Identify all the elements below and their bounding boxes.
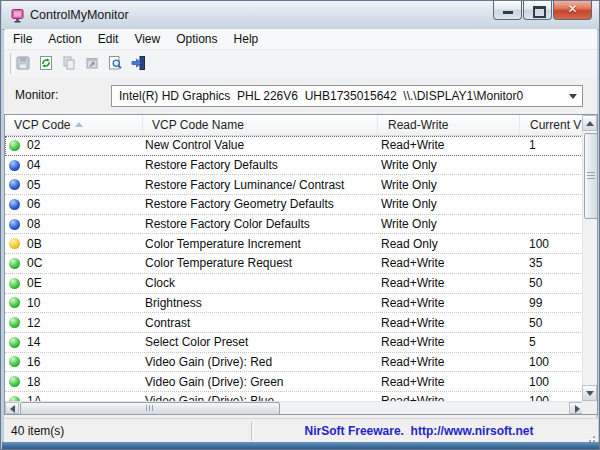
table-row[interactable]: 0E Clock Read+Write 50 <box>5 274 583 294</box>
scroll-left-icon[interactable] <box>5 402 19 414</box>
table-row[interactable]: 06 Restore Factory Geometry Defaults Wri… <box>5 195 583 215</box>
cell-vcp-code: 05 <box>20 178 136 192</box>
cell-vcp-code: 10 <box>20 296 136 310</box>
status-bar: 40 item(s) NirSoft Freeware. http://www.… <box>4 418 598 445</box>
cell-read-write: Read+Write <box>371 316 513 330</box>
menu-edit[interactable]: Edit <box>90 30 127 48</box>
cell-read-write: Read+Write <box>371 296 513 310</box>
cell-current-value: 35 <box>513 256 583 270</box>
cell-read-write: Read Only <box>371 237 513 251</box>
cell-vcp-code-name: Restore Factory Luminance/ Contrast <box>136 178 371 192</box>
table-row[interactable]: 1A Video Gain (Drive): Blue Read+Write 1… <box>5 392 583 401</box>
cell-read-write: Read+Write <box>371 394 513 401</box>
status-dot-icon <box>9 376 20 387</box>
minimize-button[interactable] <box>493 1 522 20</box>
sort-ascending-icon <box>75 122 83 127</box>
table-row[interactable]: 05 Restore Factory Luminance/ Contrast W… <box>5 175 583 195</box>
cell-vcp-code-name: Color Temperature Request <box>136 256 371 270</box>
cell-vcp-code-name: Video Gain (Drive): Green <box>136 375 371 389</box>
menu-bar: File Action Edit View Options Help <box>5 29 597 50</box>
cell-vcp-code-name: Video Gain (Drive): Red <box>136 355 371 369</box>
column-header-read-write[interactable]: Read-Write <box>378 115 520 135</box>
cell-read-write: Read+Write <box>371 375 513 389</box>
status-dot-icon <box>9 297 20 308</box>
cell-vcp-code: 16 <box>20 355 136 369</box>
table-row[interactable]: 0B Color Temperature Increment Read Only… <box>5 234 583 254</box>
vertical-scrollbar[interactable] <box>582 115 597 401</box>
horizontal-scrollbar[interactable] <box>5 401 583 414</box>
cell-vcp-code: 04 <box>20 158 136 172</box>
menu-file[interactable]: File <box>5 30 40 48</box>
cell-vcp-code-name: Restore Factory Defaults <box>136 158 371 172</box>
cell-current-value: 99 <box>513 296 583 310</box>
table-row[interactable]: 18 Video Gain (Drive): Green Read+Write … <box>5 372 583 392</box>
status-dot-icon <box>9 199 20 210</box>
toolbar <box>5 50 597 77</box>
refresh-icon[interactable] <box>38 55 56 73</box>
status-dot-icon <box>9 179 20 190</box>
exit-icon[interactable] <box>130 55 148 73</box>
column-header-current-value[interactable]: Current V <box>520 115 583 135</box>
cell-read-write: Read+Write <box>371 276 513 290</box>
status-dot-icon <box>9 258 20 269</box>
cell-current-value: 50 <box>513 316 583 330</box>
table-row[interactable]: 0C Color Temperature Request Read+Write … <box>5 254 583 274</box>
menu-action[interactable]: Action <box>40 30 89 48</box>
cell-read-write: Read+Write <box>371 355 513 369</box>
cell-vcp-code-name: New Control Value <box>136 138 371 152</box>
scroll-down-icon[interactable] <box>582 385 597 401</box>
save-icon[interactable] <box>15 55 33 73</box>
scroll-up-icon[interactable] <box>582 115 597 131</box>
cell-read-write: Write Only <box>371 197 513 211</box>
nirsoft-link[interactable]: NirSoft Freeware. http://www.nirsoft.net <box>254 424 584 438</box>
menu-options[interactable]: Options <box>168 30 225 48</box>
table-row[interactable]: 10 Brightness Read+Write 99 <box>5 294 583 314</box>
status-dot-icon <box>9 238 20 249</box>
table-row[interactable]: 02 New Control Value Read+Write 1 <box>5 136 583 156</box>
app-window: ControlMyMonitor ✕ File Action Edit View… <box>0 0 600 450</box>
column-header-vcp-code-name[interactable]: VCP Code Name <box>143 115 378 135</box>
item-count-label: 40 item(s) <box>11 424 64 438</box>
monitor-dropdown[interactable]: Intel(R) HD Graphics PHL 226V6 UHB173501… <box>111 85 583 107</box>
cell-current-value: 100 <box>513 394 583 401</box>
cell-vcp-code: 0C <box>20 256 136 270</box>
cell-vcp-code-name: Select Color Preset <box>136 335 371 349</box>
cell-vcp-code: 02 <box>20 138 136 152</box>
close-icon: ✕ <box>554 2 591 16</box>
list-header: VCP Code VCP Code Name Read-Write Curren… <box>5 115 583 136</box>
maximize-icon <box>533 6 546 18</box>
table-row[interactable]: 16 Video Gain (Drive): Red Read+Write 10… <box>5 353 583 373</box>
status-dot-icon <box>9 278 20 289</box>
horizontal-scrollbar-thumb[interactable] <box>20 402 280 415</box>
table-row[interactable]: 08 Restore Factory Color Defaults Write … <box>5 215 583 235</box>
window-bottom-border <box>2 442 600 449</box>
menu-view[interactable]: View <box>126 30 168 48</box>
table-row[interactable]: 04 Restore Factory Defaults Write Only <box>5 156 583 176</box>
table-row[interactable]: 12 Contrast Read+Write 50 <box>5 313 583 333</box>
monitor-dropdown-value: Intel(R) HD Graphics PHL 226V6 UHB173501… <box>119 89 523 103</box>
cell-vcp-code: 14 <box>20 335 136 349</box>
table-row[interactable]: 14 Select Color Preset Read+Write 5 <box>5 333 583 353</box>
menu-help[interactable]: Help <box>226 30 267 48</box>
find-icon[interactable] <box>107 55 125 73</box>
cell-vcp-code: 0B <box>20 237 136 251</box>
cell-vcp-code-name: Contrast <box>136 316 371 330</box>
maximize-button[interactable] <box>523 1 552 20</box>
scroll-right-icon[interactable] <box>569 402 583 414</box>
resize-grip[interactable] <box>585 432 595 442</box>
cell-read-write: Write Only <box>371 158 513 172</box>
column-header-vcp-code[interactable]: VCP Code <box>5 115 143 135</box>
monitor-selector-row: Monitor: Intel(R) HD Graphics PHL 226V6 … <box>5 77 597 114</box>
cell-current-value: 50 <box>513 276 583 290</box>
title-bar[interactable]: ControlMyMonitor ✕ <box>2 1 600 30</box>
properties-icon[interactable] <box>84 55 102 73</box>
close-button[interactable]: ✕ <box>553 1 592 20</box>
cell-read-write: Read+Write <box>371 256 513 270</box>
cell-vcp-code: 12 <box>20 316 136 330</box>
cell-read-write: Write Only <box>371 217 513 231</box>
cell-current-value: 1 <box>513 138 583 152</box>
vertical-scrollbar-thumb[interactable] <box>584 133 598 219</box>
copy-icon[interactable] <box>61 55 79 73</box>
cell-current-value: 5 <box>513 335 583 349</box>
cell-vcp-code-name: Brightness <box>136 296 371 310</box>
